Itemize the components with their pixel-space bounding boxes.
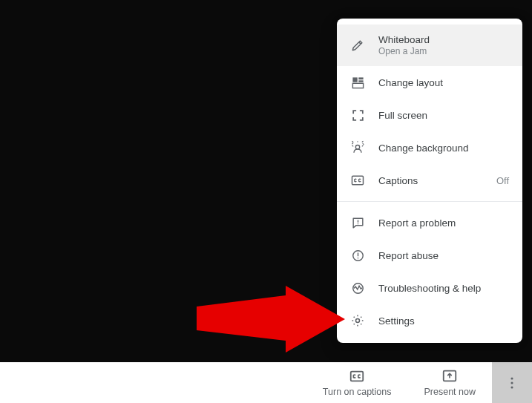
present-icon — [441, 368, 458, 384]
full-screen-label: Full screen — [378, 110, 509, 121]
captions-status: Off — [496, 175, 509, 186]
bottom-bar: Turn on captions Present now — [0, 362, 532, 403]
pencil-icon — [350, 38, 365, 53]
report-abuse-label: Report abuse — [378, 250, 509, 261]
svg-point-17 — [356, 319, 360, 323]
troubleshooting-label: Troubleshooting & help — [378, 283, 509, 294]
svg-rect-8 — [352, 83, 363, 88]
menu-item-whiteboard[interactable]: Whiteboard Open a Jam — [337, 24, 522, 66]
turn-on-captions-button[interactable]: Turn on captions — [306, 362, 408, 403]
change-background-label: Change background — [378, 142, 509, 154]
report-problem-label: Report a problem — [378, 217, 509, 229]
svg-point-9 — [355, 145, 359, 149]
menu-item-troubleshooting[interactable]: Troubleshooting & help — [337, 272, 522, 304]
captions-icon — [349, 368, 365, 384]
present-now-label: Present now — [424, 387, 476, 397]
menu-item-report-problem[interactable]: Report a problem — [337, 206, 522, 239]
present-now-button[interactable]: Present now — [408, 362, 492, 403]
svg-rect-5 — [352, 77, 357, 82]
whiteboard-sublabel: Open a Jam — [378, 46, 509, 56]
layout-icon — [350, 75, 365, 90]
troubleshooting-icon — [350, 281, 365, 295]
settings-label: Settings — [378, 315, 509, 327]
feedback-icon — [350, 215, 365, 230]
menu-item-change-layout[interactable]: Change layout — [337, 66, 522, 99]
svg-point-12 — [357, 223, 358, 223]
menu-item-settings[interactable]: Settings — [337, 304, 522, 337]
menu-item-full-screen[interactable]: Full screen — [337, 99, 522, 131]
svg-rect-6 — [358, 77, 363, 79]
fullscreen-icon — [350, 108, 365, 122]
change-layout-label: Change layout — [378, 77, 509, 88]
svg-rect-7 — [358, 80, 363, 82]
menu-item-report-abuse[interactable]: Report abuse — [337, 239, 522, 272]
more-options-menu: Whiteboard Open a Jam Change layout Full… — [337, 19, 522, 343]
svg-point-3 — [510, 381, 513, 384]
svg-rect-10 — [352, 176, 364, 185]
more-options-button[interactable] — [492, 362, 532, 403]
menu-item-captions[interactable]: Captions Off — [337, 164, 522, 197]
captions-menu-icon — [350, 173, 365, 188]
captions-label: Captions — [378, 175, 483, 186]
menu-item-change-background[interactable]: Change background — [337, 131, 522, 164]
background-icon — [350, 140, 365, 155]
more-vertical-icon — [504, 375, 520, 391]
whiteboard-label: Whiteboard — [378, 34, 509, 45]
menu-divider — [337, 201, 522, 202]
gear-icon — [350, 313, 365, 328]
svg-point-4 — [510, 386, 513, 388]
svg-rect-0 — [351, 372, 364, 381]
svg-point-15 — [357, 257, 358, 258]
report-abuse-icon — [350, 248, 365, 263]
turn-on-captions-label: Turn on captions — [323, 387, 392, 397]
svg-point-2 — [510, 377, 513, 379]
